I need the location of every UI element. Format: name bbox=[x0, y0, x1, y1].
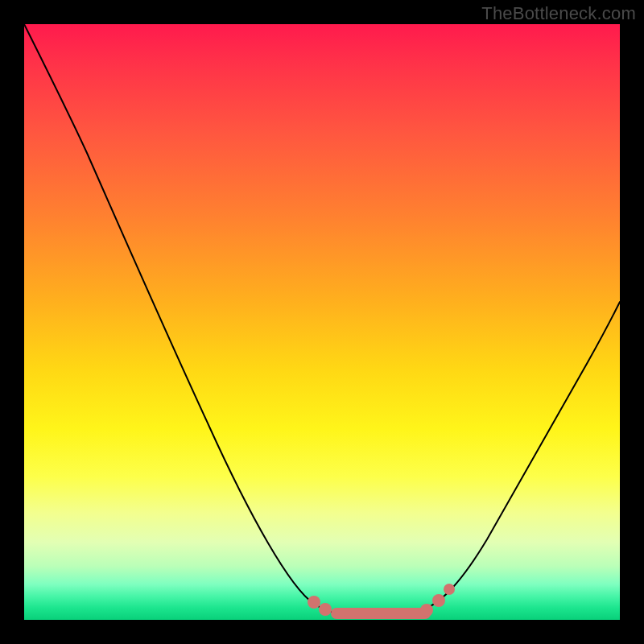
plot-area bbox=[24, 24, 620, 620]
watermark-text: TheBottleneck.com bbox=[481, 3, 636, 24]
optimal-dot bbox=[432, 594, 445, 607]
bottleneck-curve bbox=[24, 24, 620, 616]
optimal-dot bbox=[420, 604, 433, 617]
optimal-dot bbox=[308, 596, 320, 609]
curve-svg bbox=[24, 24, 620, 620]
optimal-dot bbox=[319, 603, 332, 616]
chart-frame: TheBottleneck.com bbox=[0, 0, 644, 644]
optimal-dot bbox=[444, 584, 455, 595]
